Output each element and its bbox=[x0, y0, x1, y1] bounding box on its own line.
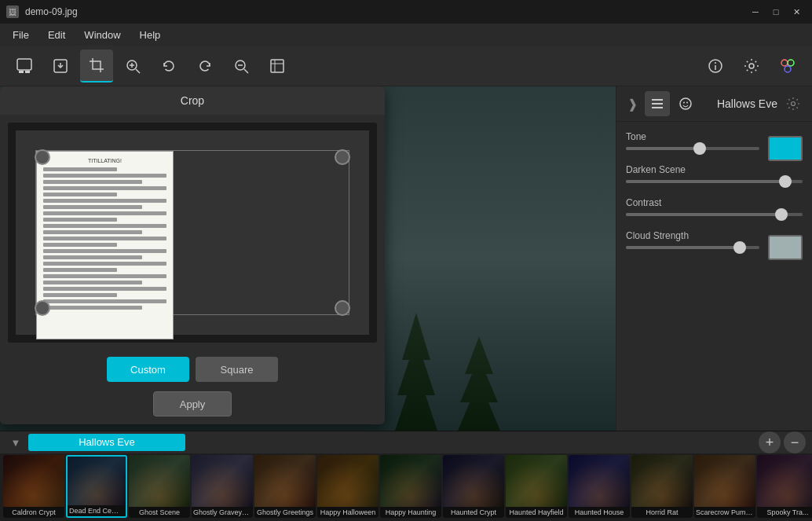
filmstrip-item-happy-halloween[interactable]: Happy Halloween bbox=[317, 455, 379, 518]
sliders-area: Tone Darken Scene bbox=[616, 122, 812, 431]
filmstrip-bar: ▼ Hallows Eve + − bbox=[0, 431, 812, 453]
menu-file[interactable]: File bbox=[3, 26, 38, 44]
contrast-track bbox=[626, 213, 803, 216]
filmstrip-label-caldron-crypt: Caldron Crypt bbox=[3, 507, 64, 518]
doc-line bbox=[43, 205, 142, 209]
close-button[interactable]: ✕ bbox=[787, 4, 806, 20]
doc-line bbox=[43, 299, 166, 303]
filmstrip-thumb-haunted-house bbox=[569, 455, 630, 507]
filmstrip-item-happy-haunting[interactable]: Happy Haunting bbox=[380, 455, 441, 518]
doc-line bbox=[43, 237, 166, 240]
filmstrip-item-caldron-crypt[interactable]: Caldron Crypt bbox=[3, 455, 64, 518]
effects-button[interactable] bbox=[771, 50, 804, 83]
info-button[interactable] bbox=[699, 50, 732, 83]
filmstrip-item-haunted-crypt[interactable]: Haunted Crypt bbox=[443, 455, 504, 518]
menu-window[interactable]: Window bbox=[75, 26, 130, 44]
canvas-area: Crop TITILLATING! bbox=[0, 86, 616, 431]
cloud-strength-fill bbox=[626, 246, 740, 249]
filmstrip-item-dead-end-cemetery[interactable]: Dead End Cemetery bbox=[66, 455, 127, 518]
panel-tab-list[interactable] bbox=[645, 91, 670, 116]
settings-button[interactable] bbox=[735, 50, 768, 83]
tone-swatch[interactable] bbox=[768, 136, 803, 161]
main-area: Crop TITILLATING! bbox=[0, 86, 812, 431]
doc-line bbox=[43, 211, 166, 215]
filmstrip-thumb-haunted-crypt bbox=[443, 455, 504, 507]
contrast-fill bbox=[626, 213, 781, 216]
crop-apply-row: Apply bbox=[0, 388, 385, 424]
bg-tree-2 bbox=[455, 336, 503, 431]
filmstrip-item-scarecrow-pumpkins[interactable]: Scarecrow Pumpkins bbox=[694, 455, 755, 518]
crop-selector[interactable]: TITILLATING! bbox=[35, 150, 349, 315]
menu-edit[interactable]: Edit bbox=[38, 26, 75, 44]
contrast-thumb[interactable] bbox=[775, 208, 788, 221]
filmstrip-item-ghost-scene[interactable]: Ghost Scene bbox=[129, 455, 190, 518]
tone-thumb[interactable] bbox=[693, 142, 706, 155]
svg-point-19 bbox=[785, 66, 791, 72]
doc-line bbox=[43, 262, 166, 266]
filmstrip-thumb-ghostly-graveyard bbox=[192, 455, 253, 507]
import-button[interactable] bbox=[44, 50, 77, 83]
square-mode-button[interactable]: Square bbox=[196, 357, 278, 382]
doc-line bbox=[43, 255, 142, 259]
filmstrip-label-dead-end-cemetery: Dead End Cemetery bbox=[68, 505, 126, 516]
custom-mode-button[interactable]: Custom bbox=[107, 357, 189, 382]
filmstrip-thumb-happy-halloween bbox=[317, 455, 379, 507]
doc-line bbox=[43, 230, 142, 234]
filmstrip-item-spooky-tra[interactable]: Spooky Tra... bbox=[757, 455, 812, 518]
panel-tab-emoji[interactable] bbox=[673, 91, 698, 116]
crop-handle-bl[interactable] bbox=[35, 300, 50, 316]
doc-line bbox=[43, 193, 117, 196]
crop-preview-area: TITILLATING! bbox=[8, 123, 377, 343]
fullscreen-button[interactable] bbox=[261, 50, 294, 83]
panel-header: ❱ Hallows Eve bbox=[616, 86, 812, 122]
doc-line bbox=[43, 199, 166, 203]
filmstrip-add-button[interactable]: + bbox=[759, 431, 781, 453]
svg-point-18 bbox=[788, 60, 794, 66]
filmstrip-label-happy-haunting: Happy Haunting bbox=[380, 507, 441, 518]
filmstrip-thumb-spooky-tra bbox=[757, 455, 812, 507]
panel-gear-icon[interactable] bbox=[781, 91, 806, 116]
filmstrip-item-ghostly-greetings[interactable]: Ghostly Greetings bbox=[254, 455, 316, 518]
crop-image-container: TITILLATING! bbox=[16, 130, 369, 335]
maximize-button[interactable]: □ bbox=[766, 4, 785, 20]
svg-point-15 bbox=[715, 62, 716, 64]
menu-help[interactable]: Help bbox=[130, 26, 170, 44]
filmstrip-thumb-happy-haunting bbox=[380, 455, 441, 507]
panel-nav-arrow[interactable]: ❱ bbox=[623, 94, 642, 113]
filmstrip-label: Hallows Eve bbox=[28, 434, 185, 451]
filmstrip-item-haunted-house[interactable]: Haunted House bbox=[569, 455, 630, 518]
filmstrip-remove-button[interactable]: − bbox=[784, 431, 806, 453]
filmstrip-item-ghostly-graveyard[interactable]: Ghostly Graveyard bbox=[192, 455, 253, 518]
crop-handle-tl[interactable] bbox=[35, 149, 50, 165]
darken-scene-thumb[interactable] bbox=[779, 175, 792, 188]
toolbar bbox=[0, 46, 812, 86]
filmstrip-label-haunted-house: Haunted House bbox=[569, 507, 630, 518]
crop-button[interactable] bbox=[80, 50, 113, 83]
minimize-button[interactable]: ─ bbox=[746, 4, 765, 20]
menubar: File Edit Window Help bbox=[0, 24, 812, 46]
filmstrip-expand-icon[interactable]: ▼ bbox=[6, 433, 25, 452]
filmstrip-item-haunted-hayfield[interactable]: Haunted Hayfield bbox=[506, 455, 567, 518]
apply-button[interactable]: Apply bbox=[153, 391, 232, 416]
filmstrip: ▼ Hallows Eve + − Caldron Crypt Dead End… bbox=[0, 431, 812, 521]
cloud-strength-thumb[interactable] bbox=[733, 241, 746, 254]
svg-line-6 bbox=[136, 69, 140, 73]
doc-line bbox=[43, 174, 166, 178]
photos-button[interactable] bbox=[8, 50, 41, 83]
svg-point-16 bbox=[749, 64, 754, 68]
doc-line bbox=[43, 274, 166, 278]
zoom-out-button[interactable] bbox=[225, 50, 258, 83]
cloud-strength-swatch[interactable] bbox=[768, 235, 803, 260]
doc-line bbox=[43, 167, 117, 171]
cloud-strength-slider-row: Cloud Strength bbox=[626, 230, 803, 249]
crop-handle-br[interactable] bbox=[335, 300, 350, 316]
doc-line bbox=[43, 281, 142, 284]
filmstrip-item-horrid-rat[interactable]: Horrid Rat bbox=[631, 455, 693, 518]
filmstrip-thumb-dead-end-cemetery bbox=[68, 457, 126, 505]
zoom-in-button[interactable] bbox=[116, 50, 149, 83]
filmstrip-label-ghost-scene: Ghost Scene bbox=[129, 507, 190, 518]
rotate-left-button[interactable] bbox=[152, 50, 185, 83]
rotate-right-button[interactable] bbox=[188, 50, 221, 83]
crop-mode-buttons: Custom Square bbox=[0, 350, 385, 388]
crop-handle-tr[interactable] bbox=[335, 149, 350, 165]
